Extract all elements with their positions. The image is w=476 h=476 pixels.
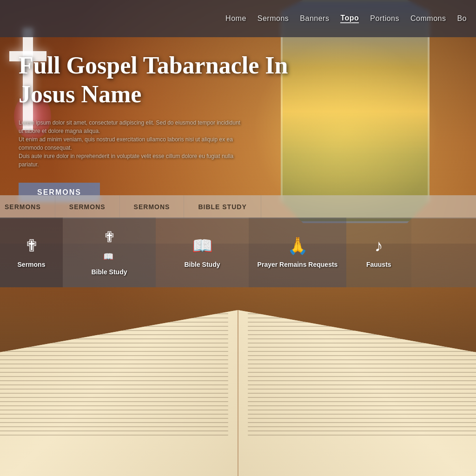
book-cross-icon: ✟📖: [103, 228, 116, 263]
nav-item-banners[interactable]: Banners: [300, 14, 329, 23]
music-note-icon: ♪: [375, 236, 383, 256]
hero-desc-line3: Duis aute irure dolor in reprehenderit i…: [19, 153, 233, 168]
nav-item-sermons[interactable]: Sermons: [258, 14, 289, 23]
nav-item-commons[interactable]: Commons: [410, 14, 446, 23]
hero-desc-line1: Lorem ipsum dolor sit amet, consectetur …: [19, 119, 240, 134]
sub-navigation: SERMONS SERMONS SERMONS BIBLE STUDY: [0, 195, 476, 218]
card-bible-study-2-label: Bible Study: [184, 260, 220, 269]
card-fauusts[interactable]: ♪ Fauusts: [346, 218, 411, 287]
hero-title: Full Gospel Tabarnacle In Josus Name: [19, 51, 298, 109]
card-sermons[interactable]: ✟ Sermons: [0, 218, 63, 287]
card-prayer-requests[interactable]: 🙏 Prayer Remains Requests: [249, 218, 346, 287]
sub-nav-sermons-2[interactable]: SERMONS: [55, 195, 120, 218]
hero-desc-line2: Ut enim ad minim veniam, quis nostrud ex…: [19, 136, 233, 151]
prayer-hands-icon: 🙏: [287, 236, 308, 256]
cross-icon: ✟: [25, 236, 39, 256]
cards-section: ✟ Sermons ✟📖 Bible Study 📖 Bible Study 🙏…: [0, 218, 476, 292]
card-empty: [411, 218, 476, 287]
card-bible-study-1-label: Bible Study: [91, 268, 127, 276]
nav-item-portions[interactable]: Portions: [370, 14, 399, 23]
sub-nav-sermons-3[interactable]: SERMONS: [120, 195, 185, 218]
card-fauusts-label: Fauusts: [366, 260, 391, 269]
open-book-icon: 📖: [192, 236, 213, 256]
main-navbar: Home Sermons Banners Topo Portions Commo…: [0, 0, 476, 37]
hero-section: Full Gospel Tabarnacle In Josus Name Lor…: [0, 37, 476, 214]
card-bible-study-2[interactable]: 📖 Bible Study: [156, 218, 249, 287]
sub-nav-bible-study[interactable]: BIBLE STUDY: [184, 195, 261, 218]
nav-items-container: Home Sermons Banners Topo Portions Commo…: [225, 14, 467, 23]
card-sermons-label: Sermons: [18, 260, 46, 269]
sub-nav-sermons-1[interactable]: SERMONS: [0, 195, 55, 218]
nav-item-bo[interactable]: Bo: [457, 14, 467, 23]
hero-description: Lorem ipsum dolor sit amet, consectetur …: [19, 119, 242, 169]
card-prayer-label: Prayer Remains Requests: [258, 260, 338, 269]
card-bible-study-1[interactable]: ✟📖 Bible Study: [63, 218, 156, 287]
nav-item-topo[interactable]: Topo: [340, 14, 359, 23]
nav-item-home[interactable]: Home: [225, 14, 246, 23]
